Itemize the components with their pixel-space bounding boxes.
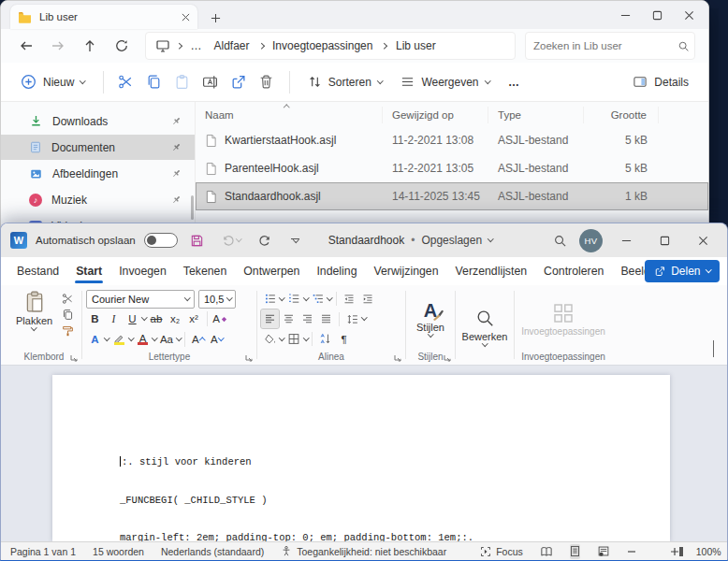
dialog-launcher-icon[interactable] (70, 354, 78, 362)
column-header-grootte[interactable]: Grootte (584, 107, 659, 123)
align-left-button[interactable] (261, 309, 279, 328)
quick-access-toolbar-icon[interactable] (284, 229, 307, 252)
avatar[interactable]: HV (579, 229, 603, 252)
new-tab-button[interactable] (203, 7, 227, 29)
highlight-button[interactable] (110, 330, 128, 349)
maximize-icon[interactable] (641, 3, 673, 27)
tab-invoegen[interactable]: Invoegen (110, 257, 175, 285)
sidebar-item-downloads[interactable]: Downloads (1, 108, 195, 134)
format-painter-icon[interactable] (62, 324, 74, 337)
print-layout-button[interactable] (570, 544, 580, 559)
italic-button[interactable]: I (105, 309, 123, 328)
copy-icon[interactable] (141, 69, 167, 95)
change-case-button[interactable]: Aa (158, 330, 176, 349)
search-icon[interactable] (548, 229, 571, 252)
sort-button[interactable]: Sorteren (299, 69, 391, 94)
more-options-button[interactable]: … (500, 70, 529, 94)
collapse-ribbon-icon[interactable] (713, 340, 714, 357)
shading-button[interactable] (261, 330, 279, 349)
sort-button[interactable] (316, 330, 334, 349)
undo-icon[interactable] (217, 229, 245, 252)
font-size-select[interactable]: 10,5 (198, 290, 236, 309)
zoom-out-icon[interactable] (627, 547, 636, 556)
document-page[interactable]: :. stijl voor kinderen _FUNCBEGI( _CHILD… (52, 375, 670, 541)
cut-icon[interactable] (113, 69, 139, 95)
borders-button[interactable] (285, 330, 303, 349)
breadcrumb-item-invoegtoepassingen[interactable]: Invoegtoepassingen (269, 37, 375, 54)
details-button[interactable]: Details (624, 69, 697, 94)
zoom-in-icon[interactable] (670, 547, 679, 556)
sidebar-item-afbeeldingen[interactable]: Afbeeldingen (1, 161, 195, 186)
cut-icon[interactable] (62, 293, 74, 305)
editing-button[interactable]: Bewerken (459, 289, 510, 365)
chevron-down-icon[interactable] (176, 335, 182, 340)
breadcrumb-ellipsis[interactable]: … (188, 37, 205, 54)
breadcrumb[interactable]: … Aldfaer Invoegtoepassingen Lib user (145, 32, 516, 60)
chevron-down-icon[interactable] (303, 335, 309, 340)
decrease-indent-icon[interactable] (341, 290, 358, 309)
autosave-toggle[interactable] (144, 233, 178, 248)
superscript-button[interactable]: x² (185, 309, 203, 328)
minimize-icon[interactable] (611, 229, 641, 252)
file-row-standaardhook-selected[interactable]: Standaardhook.asjl 14-11-2025 13:45 ASJL… (196, 182, 708, 210)
paste-icon[interactable] (169, 69, 196, 95)
maximize-icon[interactable] (649, 229, 679, 252)
text-effects-button[interactable]: A (86, 330, 104, 349)
share-button[interactable]: Delen (645, 260, 720, 282)
chevron-down-icon[interactable] (279, 295, 284, 300)
new-button[interactable]: Nieuw (12, 68, 94, 95)
save-icon[interactable] (186, 229, 209, 252)
breadcrumb-item-aldfaer[interactable]: Aldfaer (211, 37, 253, 54)
search-box[interactable] (525, 32, 695, 60)
chevron-down-icon[interactable] (361, 315, 367, 321)
accessibility-status[interactable]: Toegankelijkheid: niet beschikbaar (281, 545, 446, 557)
bullet-list-icon[interactable] (261, 290, 279, 309)
read-mode-button[interactable] (540, 544, 553, 559)
zoom-slider-thumb[interactable] (679, 547, 683, 556)
tab-indeling[interactable]: Indeling (308, 257, 365, 285)
increase-indent-icon[interactable] (359, 290, 377, 309)
justify-button[interactable] (317, 309, 335, 328)
view-button[interactable]: Weergeven (392, 69, 498, 94)
chevron-down-icon[interactable] (128, 335, 134, 340)
tab-start[interactable]: Start (67, 257, 110, 285)
refresh-icon[interactable] (108, 33, 136, 59)
column-header-type[interactable]: Type (488, 107, 584, 123)
column-header-naam[interactable]: Naam (196, 107, 383, 123)
subscript-button[interactable]: x₂ (167, 309, 184, 328)
tab-close-icon[interactable] (182, 13, 190, 22)
chevron-down-icon[interactable] (141, 315, 147, 321)
up-icon[interactable] (76, 33, 104, 59)
file-row-parenteelhook[interactable]: ParenteelHook.asjl 11-2-2021 13:05 ASJL-… (196, 154, 708, 182)
language-indicator[interactable]: Nederlands (standaard) (161, 546, 264, 557)
styles-button[interactable]: A Stijlen (410, 289, 451, 349)
line-spacing-button[interactable] (343, 309, 361, 328)
back-icon[interactable] (12, 33, 40, 59)
web-layout-button[interactable] (597, 544, 610, 559)
chevron-down-icon[interactable] (104, 335, 109, 340)
dialog-launcher-icon[interactable] (245, 354, 253, 362)
focus-mode-button[interactable]: Focus (480, 546, 523, 557)
font-name-select[interactable]: Courier New (86, 290, 195, 309)
sidebar-scrollbar[interactable] (191, 195, 194, 220)
tab-verzendlijsten[interactable]: Verzendlijsten (447, 257, 536, 285)
tab-bestand[interactable]: Bestand (8, 257, 67, 285)
chevron-down-icon[interactable] (327, 295, 332, 300)
dialog-launcher-icon[interactable] (394, 354, 401, 362)
delete-icon[interactable] (254, 69, 280, 95)
tab-controleren[interactable]: Controleren (535, 257, 612, 285)
align-center-button[interactable] (280, 309, 298, 328)
underline-button[interactable]: U (124, 309, 141, 328)
tab-ontwerpen[interactable]: Ontwerpen (235, 257, 308, 285)
numbered-list-icon[interactable] (285, 290, 303, 309)
tab-tekenen[interactable]: Tekenen (175, 257, 236, 285)
chevron-down-icon[interactable] (279, 335, 284, 340)
search-icon[interactable] (677, 40, 690, 52)
shrink-font-button[interactable]: A (208, 330, 226, 349)
bold-button[interactable]: B (86, 309, 104, 328)
align-right-button[interactable] (298, 309, 316, 328)
search-input[interactable] (533, 40, 677, 51)
font-color-button[interactable]: A (134, 330, 152, 349)
document-title-group[interactable]: Standaardhook • Opgeslagen (328, 234, 493, 247)
clear-formatting-button[interactable]: A (211, 309, 229, 328)
